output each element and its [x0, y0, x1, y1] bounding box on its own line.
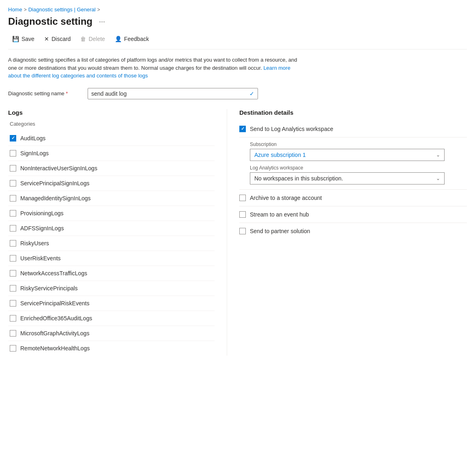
storage-checkbox[interactable]	[239, 195, 246, 201]
log-checkbox-managedidentitysigninlogs[interactable]	[10, 195, 16, 202]
subscription-dropdown[interactable]: Azure subscription 1 ⌄	[250, 149, 445, 161]
discard-button[interactable]: ✕ Discard	[40, 34, 75, 44]
categories-label: Categories	[8, 121, 215, 127]
breadcrumb-sep1: >	[24, 7, 27, 13]
log-label-enrichedoffice365auditlogs: EnrichedOffice365AuditLogs	[20, 315, 92, 322]
log-label-microsoftgraphactivitylogs: MicrosoftGraphActivityLogs	[20, 330, 89, 337]
workspace-label: Log Analytics workspace	[250, 165, 467, 171]
log-label-riskyusers: RiskyUsers	[20, 240, 49, 247]
logs-section: Logs Categories AuditLogsSignInLogsNonIn…	[8, 109, 227, 356]
log-checkbox-remotenetworkhealthlogs[interactable]	[10, 345, 16, 352]
log-label-serviceprincipalriskevents: ServicePrincipalRiskEvents	[20, 300, 89, 307]
log-checkbox-auditlogs[interactable]	[10, 135, 16, 142]
log-checkbox-provisioninglogs[interactable]	[10, 210, 16, 217]
discard-label: Discard	[52, 36, 71, 42]
event-hub-option: Stream to an event hub	[239, 206, 467, 223]
log-analytics-option: Send to Log Analytics workspace	[239, 121, 467, 137]
required-indicator: *	[66, 90, 68, 96]
log-item: SignInLogs	[8, 146, 215, 161]
log-label-networkaccesstrafficlogs: NetworkAccessTrafficLogs	[20, 270, 87, 277]
log-checkbox-riskyserviceprincipals[interactable]	[10, 285, 16, 292]
log-label-provisioninglogs: ProvisioningLogs	[20, 210, 64, 217]
subscription-arrow: ⌄	[436, 152, 440, 158]
log-checkbox-serviceprincipalsigninlogs[interactable]	[10, 180, 16, 187]
page-title: Diagnostic setting	[8, 16, 92, 27]
ellipsis-button[interactable]: ···	[97, 17, 107, 27]
page-title-row: Diagnostic setting ···	[8, 16, 467, 27]
feedback-label: Feedback	[124, 36, 149, 42]
save-button[interactable]: 💾 Save	[8, 34, 39, 44]
log-item: EnrichedOffice365AuditLogs	[8, 311, 215, 326]
log-item: ADFSSignInLogs	[8, 221, 215, 236]
partner-solution-label: Send to partner solution	[250, 228, 310, 234]
main-content: Logs Categories AuditLogsSignInLogsNonIn…	[8, 109, 467, 356]
log-label-userriskevents: UserRiskEvents	[20, 255, 61, 262]
workspace-value: No workspaces in this subscription.	[254, 175, 343, 182]
log-label-signinlogs: SignInLogs	[20, 150, 49, 157]
log-item: ServicePrincipalSignInLogs	[8, 176, 215, 191]
log-item: NonInteractiveUserSignInLogs	[8, 161, 215, 176]
storage-label: Archive to a storage account	[250, 195, 322, 201]
log-item: UserRiskEvents	[8, 251, 215, 266]
subscription-label: Subscription	[250, 142, 467, 147]
log-label-riskyserviceprincipals: RiskyServicePrincipals	[20, 285, 78, 292]
log-checkbox-noninteractiveusersigninlogs[interactable]	[10, 165, 16, 172]
breadcrumb-sep2: >	[97, 7, 100, 13]
log-checkbox-microsoftgraphactivitylogs[interactable]	[10, 330, 16, 337]
logs-section-title: Logs	[8, 109, 215, 116]
log-checkbox-adfssigninlogs[interactable]	[10, 225, 16, 232]
log-label-serviceprincipalsigninlogs: ServicePrincipalSignInLogs	[20, 180, 89, 187]
log-item: ServicePrincipalRiskEvents	[8, 296, 215, 311]
delete-button[interactable]: 🗑 Delete	[76, 34, 109, 44]
delete-label: Delete	[88, 36, 105, 42]
log-label-remotenetworkhealthlogs: RemoteNetworkHealthLogs	[20, 345, 90, 352]
breadcrumb-home[interactable]: Home	[8, 6, 22, 13]
workspace-arrow: ⌄	[436, 176, 440, 181]
log-item: RiskyServicePrincipals	[8, 281, 215, 296]
discard-icon: ✕	[44, 36, 49, 42]
breadcrumb: Home > Diagnostic settings | General >	[8, 6, 467, 13]
save-icon: 💾	[12, 36, 19, 42]
log-analytics-checkbox[interactable]	[239, 126, 246, 132]
event-hub-checkbox[interactable]	[239, 211, 246, 218]
storage-option: Archive to a storage account	[239, 190, 467, 206]
log-checkbox-enrichedoffice365auditlogs[interactable]	[10, 315, 16, 322]
destination-section: Destination details Send to Log Analytic…	[227, 109, 467, 356]
log-item: NetworkAccessTrafficLogs	[8, 266, 215, 281]
checkmark-icon: ✓	[249, 90, 254, 97]
log-checkbox-userriskevents[interactable]	[10, 255, 16, 262]
setting-name-label: Diagnostic setting name *	[8, 90, 81, 96]
log-items-list: AuditLogsSignInLogsNonInteractiveUserSig…	[8, 131, 215, 356]
destination-section-title: Destination details	[239, 109, 467, 116]
save-label: Save	[21, 36, 34, 42]
delete-icon: 🗑	[80, 36, 86, 42]
log-label-auditlogs: AuditLogs	[20, 135, 45, 142]
workspace-dropdown[interactable]: No workspaces in this subscription. ⌄	[250, 172, 445, 184]
learn-more-link[interactable]: Learn more about the different log categ…	[8, 65, 290, 79]
log-item: RemoteNetworkHealthLogs	[8, 341, 215, 356]
log-analytics-expanded: Subscription Azure subscription 1 ⌄ Log …	[239, 142, 467, 190]
log-analytics-fields: Subscription Azure subscription 1 ⌄ Log …	[250, 142, 467, 184]
log-item: RiskyUsers	[8, 236, 215, 251]
log-label-adfssigninlogs: ADFSSignInLogs	[20, 225, 64, 232]
log-checkbox-serviceprincipalriskevents[interactable]	[10, 300, 16, 307]
feedback-button[interactable]: 👤 Feedback	[111, 34, 153, 44]
log-item: ManagedIdentitySignInLogs	[8, 191, 215, 206]
log-label-noninteractiveusersigninlogs: NonInteractiveUserSignInLogs	[20, 165, 97, 172]
description: A diagnostic setting specifies a list of…	[8, 56, 300, 80]
breadcrumb-diagnostic-settings[interactable]: Diagnostic settings | General	[28, 6, 96, 13]
log-checkbox-riskyusers[interactable]	[10, 240, 16, 247]
setting-name-row: Diagnostic setting name * ✓	[8, 88, 467, 99]
log-item: ProvisioningLogs	[8, 206, 215, 221]
partner-solution-option: Send to partner solution	[239, 223, 467, 239]
subscription-value: Azure subscription 1	[254, 152, 306, 158]
log-label-managedidentitysigninlogs: ManagedIdentitySignInLogs	[20, 195, 91, 202]
log-checkbox-networkaccesstrafficlogs[interactable]	[10, 270, 16, 277]
partner-solution-checkbox[interactable]	[239, 228, 246, 234]
setting-name-input-wrapper: ✓	[88, 88, 258, 99]
log-item: AuditLogs	[8, 131, 215, 146]
log-analytics-label: Send to Log Analytics workspace	[250, 126, 333, 132]
setting-name-field[interactable]	[91, 90, 249, 97]
log-checkbox-signinlogs[interactable]	[10, 150, 16, 157]
log-item: MicrosoftGraphActivityLogs	[8, 326, 215, 341]
